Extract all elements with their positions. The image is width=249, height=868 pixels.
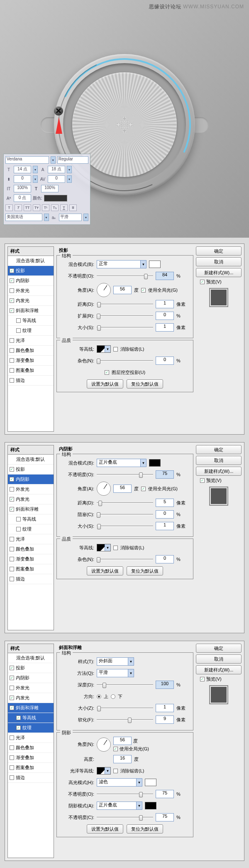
shadow-color-swatch[interactable]	[149, 261, 161, 268]
spread-input[interactable]: 0	[156, 312, 174, 320]
style-item-outer-glow[interactable]: 外发光	[8, 683, 54, 693]
checkbox-icon[interactable]: ✓	[10, 706, 14, 710]
style-item-texture[interactable]: 纹理	[8, 326, 54, 336]
shadow-color-swatch[interactable]	[145, 802, 156, 809]
font-size-input[interactable]: 14 点	[14, 166, 31, 173]
reset-default-button[interactable]: 复位为默认值	[127, 824, 163, 834]
highlight-opacity-slider[interactable]	[97, 794, 153, 795]
checkbox-icon[interactable]	[10, 378, 14, 383]
checkbox-icon[interactable]: ✓	[10, 298, 14, 303]
style-item-drop-shadow[interactable]: ✓投影	[8, 266, 54, 276]
gloss-contour-picker[interactable]: ▼	[97, 767, 111, 775]
text-color-swatch[interactable]	[44, 195, 67, 202]
global-light-checkbox[interactable]: ✓	[141, 487, 146, 491]
depth-input[interactable]: 100	[156, 681, 174, 689]
opacity-slider[interactable]	[97, 474, 153, 475]
chevron-down-icon[interactable]: ▼	[67, 166, 72, 173]
opacity-slider[interactable]	[97, 275, 153, 277]
chevron-down-icon[interactable]: ▼	[105, 346, 110, 352]
style-item-color-overlay[interactable]: 颜色叠加	[8, 544, 54, 554]
checkbox-icon[interactable]: ✓	[10, 666, 14, 670]
style-item-satin[interactable]: 光泽	[8, 336, 54, 346]
checkbox-icon[interactable]: ✓	[16, 716, 21, 720]
choke-slider[interactable]	[97, 514, 153, 515]
highlight-opacity-input[interactable]: 75	[156, 790, 174, 798]
blend-mode-select[interactable]: 正片叠底▼	[97, 459, 146, 467]
checkbox-icon[interactable]: ✓	[10, 467, 14, 472]
opacity-input[interactable]: 75	[156, 470, 174, 479]
bold-button[interactable]: T	[5, 204, 13, 211]
style-item-drop-shadow[interactable]: ✓投影	[8, 465, 54, 475]
choke-input[interactable]: 0	[156, 510, 174, 519]
depth-slider[interactable]	[97, 684, 153, 686]
blending-options-item[interactable]: 混合选项:默认	[8, 653, 54, 663]
blending-options-item[interactable]: 混合选项:默认	[8, 256, 54, 266]
style-item-contour[interactable]: 等高线	[8, 514, 54, 524]
checkbox-icon[interactable]	[10, 338, 14, 343]
allcaps-button[interactable]: TT	[24, 204, 31, 211]
highlight-mode-select[interactable]: 滤色▼	[97, 778, 142, 787]
checkbox-icon[interactable]	[10, 577, 14, 581]
global-light-checkbox[interactable]: ✓	[113, 747, 118, 751]
vscale-input[interactable]: 0	[14, 175, 31, 183]
style-item-inner-shadow[interactable]: ✓内阴影	[8, 276, 54, 286]
checkbox-icon[interactable]	[10, 358, 14, 363]
checkbox-icon[interactable]	[10, 775, 14, 780]
checkbox-icon[interactable]	[10, 537, 14, 541]
style-item-drop-shadow[interactable]: ✓投影	[8, 663, 54, 673]
ok-button[interactable]: 确定	[196, 644, 242, 653]
style-item-bevel[interactable]: ✓斜面和浮雕	[8, 703, 54, 713]
checkbox-icon[interactable]	[16, 527, 21, 531]
opacity-input[interactable]: 84	[156, 272, 174, 280]
technique-select[interactable]: 平滑▼	[97, 669, 134, 677]
angle-dial[interactable]	[97, 482, 111, 496]
strikethrough-button[interactable]: T	[69, 204, 77, 211]
size-input[interactable]: 1	[156, 522, 174, 530]
checkbox-icon[interactable]: ✓	[10, 696, 14, 700]
bevel-style-select[interactable]: 外斜面▼	[97, 657, 134, 666]
chevron-down-icon[interactable]: ▼	[140, 261, 146, 268]
style-item-bevel[interactable]: ✓斜面和浮雕	[8, 306, 54, 316]
reset-default-button[interactable]: 复位为默认值	[127, 566, 163, 575]
checkbox-icon[interactable]	[10, 686, 14, 690]
italic-button[interactable]: T	[15, 204, 22, 211]
chevron-down-icon[interactable]: ▼	[51, 156, 56, 164]
soften-input[interactable]: 9	[156, 716, 174, 724]
angle-dial[interactable]	[97, 283, 111, 297]
size-input[interactable]: 1	[156, 704, 174, 712]
baseline-input[interactable]: 0	[48, 175, 65, 183]
style-item-satin[interactable]: 光泽	[8, 534, 54, 544]
style-item-stroke[interactable]: 描边	[8, 574, 54, 584]
global-light-checkbox[interactable]: ✓	[141, 288, 146, 293]
antialias-checkbox[interactable]	[113, 769, 118, 773]
style-item-satin[interactable]: 光泽	[8, 733, 54, 743]
distance-input[interactable]: 1	[156, 300, 174, 308]
chevron-down-icon[interactable]: ▼	[140, 459, 146, 467]
chevron-down-icon[interactable]: ▼	[128, 658, 134, 665]
style-item-color-overlay[interactable]: 颜色叠加	[8, 346, 54, 356]
chevron-down-icon[interactable]: ▼	[33, 175, 38, 183]
noise-input[interactable]: 0	[156, 555, 174, 563]
antialias-checkbox[interactable]	[113, 347, 118, 352]
checkbox-icon[interactable]	[10, 567, 14, 571]
ok-button[interactable]: 确定	[196, 246, 242, 256]
soften-slider[interactable]	[97, 719, 153, 720]
noise-slider[interactable]	[97, 360, 153, 361]
cancel-button[interactable]: 取消	[196, 654, 242, 664]
checkbox-icon[interactable]: ✓	[10, 676, 14, 680]
checkbox-icon[interactable]: ✓	[10, 268, 14, 273]
shadow-mode-select[interactable]: 正片叠底▼	[97, 802, 142, 810]
contour-picker[interactable]: ▼	[97, 544, 111, 551]
checkbox-icon[interactable]	[10, 735, 14, 740]
underline-button[interactable]: T	[60, 204, 68, 211]
angle-dial[interactable]	[97, 738, 111, 752]
chevron-down-icon[interactable]: ▼	[33, 166, 38, 173]
distance-slider[interactable]	[97, 304, 153, 305]
shadow-opacity-input[interactable]: 75	[156, 813, 174, 821]
style-item-inner-glow[interactable]: ✓内发光	[8, 693, 54, 703]
distance-input[interactable]: 5	[156, 499, 174, 507]
noise-slider[interactable]	[97, 559, 153, 560]
smallcaps-button[interactable]: Tᴛ	[33, 204, 40, 211]
style-item-contour[interactable]: 等高线	[8, 316, 54, 326]
reset-default-button[interactable]: 复位为默认值	[127, 379, 163, 389]
